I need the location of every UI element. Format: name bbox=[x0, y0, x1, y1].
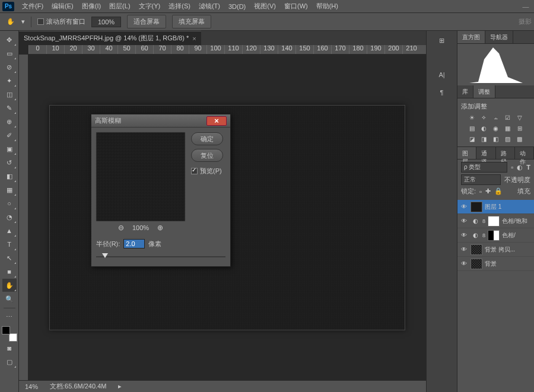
lock-pos-icon[interactable]: ✚ bbox=[485, 187, 491, 195]
lock-pixels-icon[interactable]: ▫ bbox=[479, 188, 482, 195]
lasso-tool[interactable]: ⊘ bbox=[2, 60, 17, 74]
zoom-in-icon[interactable]: ⊕ bbox=[157, 224, 163, 232]
blend-mode-select[interactable]: 正常 bbox=[461, 174, 501, 185]
tab-adjustments[interactable]: 调整 bbox=[473, 85, 495, 98]
adj-photo-icon[interactable]: ◉ bbox=[491, 124, 501, 132]
menu-select[interactable]: 选择(S) bbox=[164, 2, 195, 11]
menu-type[interactable]: 文字(Y) bbox=[135, 2, 165, 11]
adj-curves-icon[interactable]: ⫠ bbox=[491, 113, 501, 122]
adj-mixer-icon[interactable]: ▦ bbox=[503, 124, 513, 132]
visibility-icon[interactable]: 👁 bbox=[460, 203, 468, 210]
visibility-icon[interactable]: 👁 bbox=[460, 232, 468, 238]
ok-button[interactable]: 确定 bbox=[191, 132, 223, 145]
filter-type-icon[interactable]: T bbox=[526, 164, 530, 171]
adj-select-icon[interactable]: ▩ bbox=[515, 135, 525, 143]
lock-all-icon[interactable]: 🔒 bbox=[494, 187, 503, 195]
tab-navigator[interactable]: 导航器 bbox=[485, 31, 513, 43]
menu-edit[interactable]: 编辑(E) bbox=[47, 2, 78, 11]
adj-exposure-icon[interactable]: ☑ bbox=[503, 113, 513, 122]
screenmode-icon[interactable]: ▢ bbox=[2, 355, 17, 368]
layer-row[interactable]: 👁 背景 拷贝... bbox=[457, 243, 534, 257]
menu-3d[interactable]: 3D(D) bbox=[224, 3, 250, 10]
tab-close-icon[interactable]: × bbox=[192, 35, 196, 42]
adj-levels-icon[interactable]: ⟡ bbox=[479, 113, 489, 122]
brush-tool[interactable]: ✐ bbox=[2, 129, 17, 142]
status-zoom[interactable]: 14% bbox=[25, 383, 38, 390]
menu-filter[interactable]: 滤镜(T) bbox=[195, 2, 224, 11]
radius-input[interactable]: 2.0 bbox=[123, 239, 145, 248]
layer-mask-thumb[interactable] bbox=[488, 216, 500, 227]
radius-slider[interactable] bbox=[96, 252, 225, 262]
visibility-icon[interactable]: 👁 bbox=[460, 260, 468, 267]
shape-tool[interactable]: ■ bbox=[2, 265, 17, 278]
adj-invert-icon[interactable]: ◪ bbox=[468, 135, 477, 143]
layer-filter-select[interactable]: ρ 类型 bbox=[461, 162, 507, 173]
tab-paths[interactable]: 路径 bbox=[496, 147, 515, 159]
preview-checkbox[interactable]: 预览(P) bbox=[191, 167, 223, 176]
fit-screen-button[interactable]: 适合屏幕 bbox=[127, 15, 166, 28]
document-tab[interactable]: StockSnap_JMRRS4PFRH.jpg @ 14% (图层 1, RG… bbox=[19, 31, 201, 45]
blur-tool[interactable]: ○ bbox=[2, 197, 17, 210]
character-icon[interactable]: A| bbox=[436, 69, 448, 81]
layer-row[interactable]: 👁 图层 1 bbox=[457, 200, 534, 214]
move-tool[interactable]: ✥ bbox=[2, 33, 17, 46]
color-swatches[interactable] bbox=[2, 326, 17, 342]
tab-layers[interactable]: 图层 bbox=[457, 147, 476, 159]
paragraph-icon[interactable]: ¶ bbox=[436, 87, 448, 98]
pen-tool[interactable]: ▲ bbox=[2, 224, 17, 237]
adj-hue-icon[interactable]: ▤ bbox=[468, 124, 477, 132]
workspace-label[interactable]: 摄影 bbox=[519, 17, 534, 26]
layer-name[interactable]: 背景 拷贝... bbox=[485, 246, 532, 254]
layer-row[interactable]: 👁 背景 bbox=[457, 257, 534, 271]
layer-thumb[interactable] bbox=[471, 244, 482, 255]
edit-toolbar-icon[interactable]: ⋯ bbox=[2, 310, 17, 323]
zoom-out-icon[interactable]: ⊖ bbox=[118, 224, 124, 232]
minimize-icon[interactable]: — bbox=[517, 3, 534, 10]
menu-image[interactable]: 图像(I) bbox=[78, 2, 105, 11]
checkbox-icon[interactable] bbox=[191, 168, 198, 174]
blur-preview[interactable] bbox=[96, 132, 185, 221]
sideicon-1[interactable]: ⊞ bbox=[436, 34, 448, 46]
visibility-icon[interactable]: 👁 bbox=[460, 218, 468, 224]
adj-poster-icon[interactable]: ◨ bbox=[479, 135, 489, 143]
layer-row[interactable]: 👁 ◐ 8 色相/ bbox=[457, 228, 534, 243]
adj-lookup-icon[interactable]: ⊞ bbox=[515, 124, 525, 132]
visibility-icon[interactable]: 👁 bbox=[460, 246, 468, 253]
fg-color-swatch[interactable] bbox=[2, 326, 10, 334]
scroll-all-checkbox[interactable]: 滚动所有窗口 bbox=[37, 17, 85, 26]
tab-actions[interactable]: 动作 bbox=[515, 147, 534, 159]
adj-vibrance-icon[interactable]: ▽ bbox=[515, 113, 525, 122]
layer-name[interactable]: 色相/ bbox=[502, 231, 532, 240]
filter-img-icon[interactable]: ▫ bbox=[511, 164, 513, 171]
zoom-input[interactable]: 100% bbox=[91, 17, 121, 27]
tab-histogram[interactable]: 直方图 bbox=[457, 31, 485, 43]
menu-help[interactable]: 帮助(H) bbox=[312, 2, 342, 11]
wand-tool[interactable]: ✦ bbox=[2, 74, 17, 87]
type-tool[interactable]: T bbox=[2, 238, 17, 251]
gradient-tool[interactable]: ▦ bbox=[2, 183, 17, 196]
layer-row[interactable]: 👁 ◐ 8 色相/饱和 bbox=[457, 214, 534, 228]
menu-view[interactable]: 视图(V) bbox=[250, 2, 280, 11]
marquee-tool[interactable]: ▭ bbox=[2, 47, 17, 60]
zoom-tool[interactable]: 🔍 bbox=[2, 292, 17, 305]
quickmask-icon[interactable]: ◙ bbox=[2, 342, 17, 355]
heal-tool[interactable]: ⊕ bbox=[2, 115, 17, 128]
adj-grad-icon[interactable]: ▨ bbox=[503, 135, 513, 143]
slider-thumb-icon[interactable] bbox=[102, 253, 108, 258]
eyedropper-tool[interactable]: ✎ bbox=[2, 101, 17, 114]
adj-thresh-icon[interactable]: ◧ bbox=[491, 135, 501, 143]
fill-screen-button[interactable]: 填充屏幕 bbox=[172, 15, 211, 28]
checkbox-icon[interactable] bbox=[37, 18, 44, 25]
menu-file[interactable]: 文件(F) bbox=[18, 2, 47, 11]
status-arrow-icon[interactable]: ▸ bbox=[118, 383, 122, 390]
stamp-tool[interactable]: ▣ bbox=[2, 142, 17, 155]
layer-name[interactable]: 图层 1 bbox=[485, 203, 532, 211]
eraser-tool[interactable]: ◧ bbox=[2, 170, 17, 183]
layer-thumb[interactable] bbox=[471, 202, 482, 212]
path-tool[interactable]: ↖ bbox=[2, 251, 17, 264]
layer-thumb[interactable] bbox=[471, 259, 482, 269]
dodge-tool[interactable]: ◔ bbox=[2, 211, 17, 224]
layer-name[interactable]: 色相/饱和 bbox=[502, 217, 532, 225]
menu-window[interactable]: 窗口(W) bbox=[280, 2, 312, 11]
hand-tool[interactable]: ✋ bbox=[2, 279, 17, 292]
